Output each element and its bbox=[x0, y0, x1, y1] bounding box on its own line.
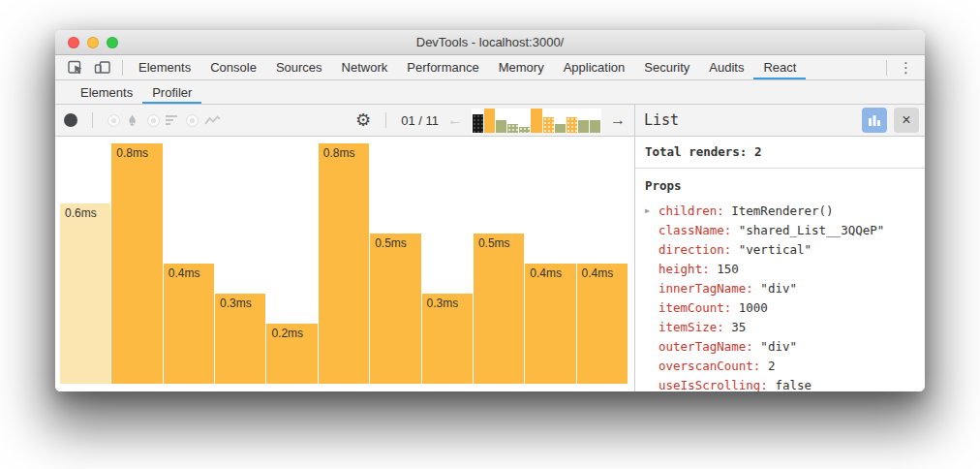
minimap-bar[interactable] bbox=[543, 117, 554, 133]
tab-elements[interactable]: Elements bbox=[129, 55, 200, 79]
prop-key: height: bbox=[658, 262, 710, 276]
tab-console[interactable]: Console bbox=[200, 55, 266, 79]
commit-bar[interactable]: 0.4ms bbox=[525, 264, 575, 384]
close-panel-button[interactable]: × bbox=[894, 108, 919, 133]
main-tab-bar-right: ⋮ bbox=[880, 55, 925, 79]
details-header: List × bbox=[635, 105, 925, 137]
tab-application[interactable]: Application bbox=[554, 55, 635, 79]
device-toolbar-icon[interactable] bbox=[89, 55, 116, 79]
render-chart-toggle-button[interactable] bbox=[862, 108, 887, 133]
minimap-bar[interactable] bbox=[555, 124, 566, 133]
record-button[interactable] bbox=[64, 113, 77, 127]
ranked-view-option[interactable] bbox=[147, 114, 177, 127]
content-area: ⚙ 01 / 11 ← → 0.6ms0.8ms0.4ms0.3ms0.2ms0… bbox=[55, 105, 925, 391]
radio-button[interactable] bbox=[147, 114, 160, 127]
bar-duration-label: 0.8ms bbox=[319, 143, 369, 160]
commit-bar[interactable]: 0.6ms bbox=[60, 203, 110, 384]
prop-row[interactable]: height: 150 bbox=[645, 259, 915, 278]
flamegraph-view-option[interactable] bbox=[107, 113, 138, 127]
next-commit-arrow-icon[interactable]: → bbox=[610, 112, 626, 128]
disclosure-triangle-icon[interactable]: ▶ bbox=[645, 206, 650, 215]
commit-bar[interactable]: 0.3ms bbox=[215, 294, 265, 384]
prop-value: ItemRenderer() bbox=[724, 203, 834, 218]
minimap-bar[interactable] bbox=[567, 117, 577, 133]
tab-network[interactable]: Network bbox=[332, 55, 398, 79]
bar-duration-label: 0.5ms bbox=[474, 234, 524, 250]
sub-tab-profiler[interactable]: Profiler bbox=[142, 80, 201, 104]
prop-value: "div" bbox=[753, 281, 797, 296]
component-details-panel: List × Total renders: 2 Props ▶chi bbox=[634, 105, 925, 391]
ranked-chart-icon bbox=[166, 115, 177, 125]
prop-row[interactable]: overscanCount: 2 bbox=[645, 356, 915, 375]
prop-row[interactable]: itemCount: 1000 bbox=[645, 297, 915, 317]
tab-security[interactable]: Security bbox=[634, 55, 699, 79]
line-chart-icon bbox=[204, 115, 221, 126]
radio-button[interactable] bbox=[107, 114, 120, 127]
screenshot-stage: DevTools - localhost:3000/ ElementsConso… bbox=[0, 0, 980, 469]
tab-react[interactable]: React bbox=[753, 55, 806, 79]
prop-row[interactable]: innerTagName: "div" bbox=[645, 278, 915, 297]
zoom-window-button[interactable] bbox=[107, 37, 118, 48]
prop-value: "div" bbox=[753, 339, 797, 354]
prop-row[interactable]: direction: "vertical" bbox=[645, 239, 915, 259]
previous-commit-arrow-icon[interactable]: ← bbox=[447, 112, 463, 128]
commit-bar[interactable]: 0.8ms bbox=[319, 143, 369, 384]
prop-value: 1000 bbox=[731, 300, 768, 315]
bar-duration-label: 0.5ms bbox=[370, 234, 420, 250]
minimap-bar[interactable] bbox=[496, 120, 506, 133]
toolbar-separator bbox=[92, 112, 93, 128]
commit-bar[interactable]: 0.8ms bbox=[111, 143, 162, 384]
minimap-bar[interactable] bbox=[519, 127, 530, 133]
details-body: Total renders: 2 Props ▶children: ItemRe… bbox=[635, 137, 925, 391]
prop-row[interactable]: useIsScrolling: false bbox=[645, 375, 915, 391]
prop-value: 150 bbox=[710, 262, 739, 276]
commit-bar[interactable]: 0.3ms bbox=[422, 294, 473, 384]
tab-memory[interactable]: Memory bbox=[489, 55, 554, 79]
minimap-bar[interactable] bbox=[484, 109, 495, 133]
close-window-button[interactable] bbox=[68, 37, 79, 48]
bar-duration-label: 0.4ms bbox=[164, 264, 214, 280]
minimap-bar[interactable] bbox=[473, 114, 483, 133]
commit-bar[interactable]: 0.5ms bbox=[474, 234, 524, 384]
commit-bar[interactable]: 0.2ms bbox=[266, 324, 317, 384]
tab-performance[interactable]: Performance bbox=[397, 55, 488, 79]
commit-bar[interactable]: 0.4ms bbox=[164, 264, 214, 384]
inspect-element-icon[interactable] bbox=[63, 55, 89, 79]
minimap-bar[interactable] bbox=[531, 109, 541, 133]
react-sub-tab-bar: ElementsProfiler bbox=[55, 80, 925, 105]
sub-tab-elements[interactable]: Elements bbox=[71, 80, 142, 104]
radio-button[interactable] bbox=[186, 114, 199, 127]
props-title: Props bbox=[645, 178, 915, 193]
minimize-window-button[interactable] bbox=[87, 37, 99, 48]
commit-bar-chart: 0.6ms0.8ms0.4ms0.3ms0.2ms0.8ms0.5ms0.3ms… bbox=[55, 137, 634, 391]
profiler-toolbar: ⚙ 01 / 11 ← → bbox=[55, 105, 634, 137]
toolbar-separator bbox=[385, 112, 386, 128]
minimap-bar[interactable] bbox=[578, 120, 589, 133]
commit-minimap[interactable] bbox=[472, 109, 601, 133]
tab-sources[interactable]: Sources bbox=[266, 55, 332, 79]
prop-row[interactable]: outerTagName: "div" bbox=[645, 336, 915, 356]
window-titlebar: DevTools - localhost:3000/ bbox=[55, 30, 925, 55]
tab-audits[interactable]: Audits bbox=[699, 55, 753, 79]
prop-row[interactable]: ▶children: ItemRenderer() bbox=[645, 201, 915, 220]
bar-duration-label: 0.6ms bbox=[60, 203, 110, 220]
prop-row[interactable]: className: "shared_List__3QQeP" bbox=[645, 220, 915, 239]
sub-tab-bar-tabs: ElementsProfiler bbox=[71, 80, 201, 104]
toolbar-separator bbox=[122, 60, 123, 76]
flame-icon bbox=[126, 113, 138, 127]
minimap-bar[interactable] bbox=[590, 120, 600, 133]
bar-duration-label: 0.4ms bbox=[577, 264, 628, 280]
props-list: ▶children: ItemRenderer()className: "sha… bbox=[645, 201, 915, 391]
prop-key: overscanCount: bbox=[658, 359, 760, 373]
commit-bar[interactable]: 0.4ms bbox=[577, 264, 628, 384]
bar-duration-label: 0.2ms bbox=[266, 324, 317, 340]
minimap-bar[interactable] bbox=[507, 124, 518, 133]
total-renders-label: Total renders: bbox=[645, 144, 747, 159]
more-options-icon[interactable]: ⋮ bbox=[893, 59, 919, 77]
interactions-view-option[interactable] bbox=[186, 114, 221, 127]
prop-row[interactable]: itemSize: 35 bbox=[645, 317, 915, 336]
commit-bar[interactable]: 0.5ms bbox=[370, 234, 420, 384]
settings-gear-icon[interactable]: ⚙ bbox=[355, 111, 371, 129]
prop-key: children: bbox=[658, 203, 724, 218]
prop-value: 35 bbox=[724, 320, 747, 334]
